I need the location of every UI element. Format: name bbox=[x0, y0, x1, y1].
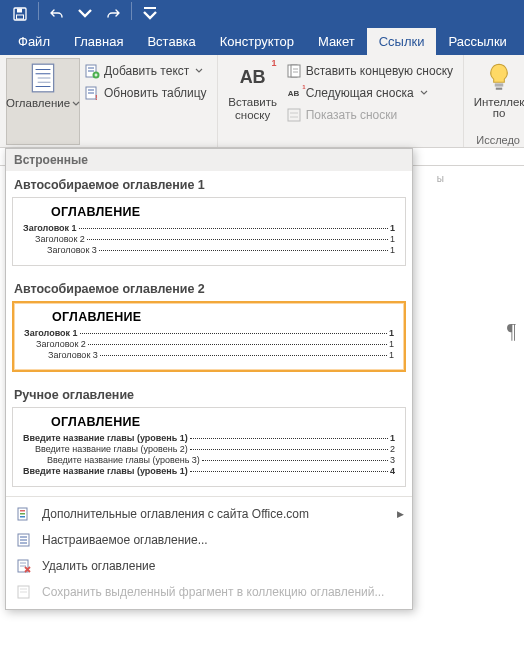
title-bar bbox=[0, 0, 524, 28]
group-footnotes: AB1 Вставить сноску Вставить концевую сн… bbox=[218, 55, 464, 147]
svg-rect-28 bbox=[20, 510, 25, 512]
toc-label: Оглавление bbox=[6, 97, 80, 110]
undo-dropdown[interactable] bbox=[71, 2, 99, 26]
gallery-item-auto2[interactable]: ОГЛАВЛЕНИЕ Заголовок 11 Заголовок 21 Заг… bbox=[12, 301, 406, 372]
preview-toc-heading: ОГЛАВЛЕНИЕ bbox=[51, 205, 395, 219]
auto2-title: Автособираемое оглавление 2 bbox=[6, 275, 412, 301]
svg-rect-30 bbox=[20, 516, 25, 518]
next-footnote-button[interactable]: AB1 Следующая сноска bbox=[282, 82, 457, 104]
ribbon: Оглавление Добавить текст ! Обновить таб… bbox=[0, 55, 524, 148]
show-notes-icon bbox=[286, 107, 302, 123]
pilcrow-icon: ¶ bbox=[507, 320, 516, 343]
show-notes-button: Показать сноски bbox=[282, 104, 457, 126]
tab-design[interactable]: Конструктор bbox=[208, 28, 306, 55]
tab-file[interactable]: Файл bbox=[6, 28, 62, 55]
qat-customize[interactable] bbox=[136, 2, 164, 26]
quick-access-toolbar bbox=[6, 2, 164, 26]
custom-toc-icon bbox=[16, 532, 32, 548]
svg-rect-19 bbox=[291, 65, 300, 77]
svg-rect-26 bbox=[496, 88, 502, 90]
toc-gallery: Встроенные Автособираемое оглавление 1 О… bbox=[5, 148, 413, 610]
undo-button[interactable] bbox=[43, 2, 71, 26]
preview-toc-heading: ОГЛАВЛЕНИЕ bbox=[52, 310, 394, 324]
gallery-menu: Дополнительные оглавления с сайта Office… bbox=[6, 496, 412, 609]
gallery-item-auto1[interactable]: ОГЛАВЛЕНИЕ Заголовок 11 Заголовок 21 Заг… bbox=[12, 197, 406, 266]
save-selection-icon bbox=[16, 584, 32, 600]
tab-review-partial[interactable]: Р bbox=[519, 28, 524, 55]
svg-rect-2 bbox=[17, 15, 24, 19]
ribbon-tabs: Файл Главная Вставка Конструктор Макет С… bbox=[0, 28, 524, 55]
auto1-title: Автособираемое оглавление 1 bbox=[6, 171, 412, 197]
footnote-ab-icon: AB1 bbox=[236, 60, 270, 94]
svg-text:!: ! bbox=[95, 93, 98, 101]
svg-rect-3 bbox=[144, 7, 156, 9]
update-table-icon: ! bbox=[84, 85, 100, 101]
tab-mailings[interactable]: Рассылки bbox=[436, 28, 518, 55]
preview-toc-heading: ОГЛАВЛЕНИЕ bbox=[51, 415, 395, 429]
save-selection-button: Сохранить выделенный фрагмент в коллекци… bbox=[6, 579, 412, 605]
group-research-label: Исследо bbox=[476, 134, 520, 146]
tab-insert[interactable]: Вставка bbox=[135, 28, 207, 55]
remove-toc-button[interactable]: Удалить оглавление bbox=[6, 553, 412, 579]
next-footnote-icon: AB1 bbox=[286, 85, 302, 101]
svg-rect-25 bbox=[495, 83, 504, 86]
tab-home[interactable]: Главная bbox=[62, 28, 135, 55]
update-table-button[interactable]: ! Обновить таблицу bbox=[80, 82, 211, 104]
tab-layout[interactable]: Макет bbox=[306, 28, 367, 55]
custom-toc-button[interactable]: Настраиваемое оглавление... bbox=[6, 527, 412, 553]
toc-icon bbox=[26, 61, 60, 95]
group-toc: Оглавление Добавить текст ! Обновить таб… bbox=[0, 55, 218, 147]
qat-separator bbox=[38, 2, 39, 20]
gallery-item-manual[interactable]: ОГЛАВЛЕНИЕ Введите название главы (урове… bbox=[12, 407, 406, 487]
smart-lookup-button[interactable]: Интеллек по bbox=[470, 58, 524, 120]
redo-button[interactable] bbox=[99, 2, 127, 26]
qat-separator bbox=[131, 2, 132, 20]
save-button[interactable] bbox=[6, 2, 34, 26]
office-icon bbox=[16, 506, 32, 522]
tab-references[interactable]: Ссылки bbox=[367, 28, 437, 55]
insert-endnote-button[interactable]: Вставить концевую сноску bbox=[282, 60, 457, 82]
group-research: Интеллек по Исследо bbox=[464, 55, 524, 147]
gallery-header: Встроенные bbox=[6, 149, 412, 171]
lightbulb-icon bbox=[482, 60, 516, 94]
toc-button[interactable]: Оглавление bbox=[6, 58, 80, 145]
svg-rect-22 bbox=[288, 109, 300, 121]
doc-marker: ы bbox=[437, 173, 444, 184]
remove-toc-icon bbox=[16, 558, 32, 574]
add-text-button[interactable]: Добавить текст bbox=[80, 60, 211, 82]
insert-footnote-label: Вставить сноску bbox=[228, 96, 277, 122]
manual-title: Ручное оглавление bbox=[6, 381, 412, 407]
insert-footnote-button[interactable]: AB1 Вставить сноску bbox=[224, 58, 282, 145]
endnote-icon bbox=[286, 63, 302, 79]
svg-rect-1 bbox=[17, 9, 22, 13]
more-from-office-button[interactable]: Дополнительные оглавления с сайта Office… bbox=[6, 501, 412, 527]
svg-rect-29 bbox=[20, 513, 25, 515]
add-text-icon bbox=[84, 63, 100, 79]
submenu-arrow-icon: ▶ bbox=[397, 509, 404, 519]
